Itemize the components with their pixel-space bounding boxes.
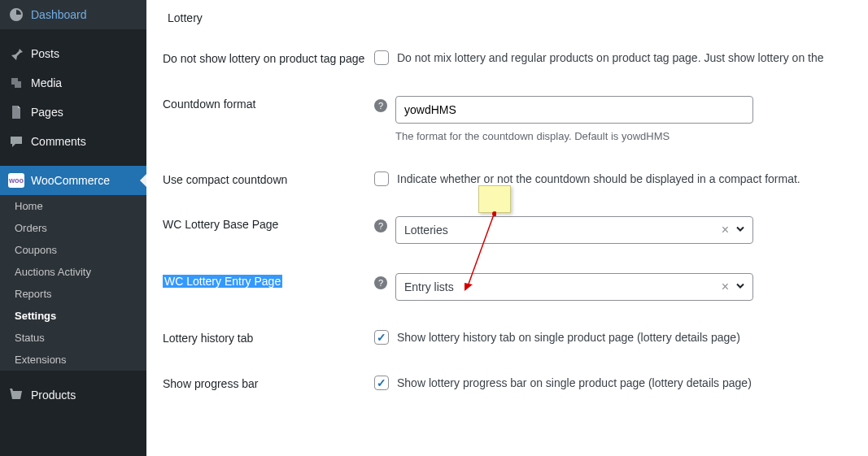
sidebar-sub-coupons[interactable]: Coupons — [0, 239, 146, 261]
settings-panel: Lottery Do not show lottery on product t… — [146, 0, 868, 456]
select-base-page[interactable]: Lotteries — [395, 216, 753, 244]
sidebar-item-woocommerce[interactable]: woo WooCommerce — [0, 166, 146, 195]
help-icon[interactable]: ? — [374, 276, 387, 289]
label-base-page: WC Lottery Base Page — [163, 216, 374, 231]
checkbox-history-tab[interactable] — [374, 330, 389, 345]
checkbox-progress-bar[interactable] — [374, 376, 389, 390]
sidebar-item-pages[interactable]: Pages — [0, 98, 146, 127]
row-progress-bar: Show progress bar Show lottery progress … — [163, 361, 852, 406]
sidebar-sub-extensions[interactable]: Extensions — [0, 349, 146, 371]
clear-icon[interactable]: × — [722, 223, 729, 237]
label-compact-countdown: Use compact countdown — [163, 172, 374, 186]
clear-icon[interactable]: × — [722, 280, 729, 294]
page-icon — [8, 104, 24, 120]
help-icon[interactable]: ? — [374, 99, 387, 112]
row-countdown-format: Countdown format ? The format for the co… — [163, 81, 852, 157]
select-entry-page[interactable]: Entry lists — [395, 273, 753, 301]
admin-sidebar: Dashboard Posts Media Pages Comments woo… — [0, 0, 146, 456]
sidebar-item-media[interactable]: Media — [0, 68, 146, 98]
checkbox-label-tag-mix[interactable]: Do not mix lottery and regular products … — [397, 50, 824, 67]
label-entry-page: WC Lottery Entry Page — [163, 273, 374, 288]
sidebar-item-label: WooCommerce — [31, 174, 110, 187]
checkbox-compact-countdown[interactable] — [374, 172, 389, 186]
sidebar-sub-status[interactable]: Status — [0, 327, 146, 349]
sidebar-sub-home[interactable]: Home — [0, 195, 146, 217]
sidebar-submenu: Home Orders Coupons Auctions Activity Re… — [0, 195, 146, 371]
products-icon — [8, 387, 24, 403]
sidebar-sub-reports[interactable]: Reports — [0, 283, 146, 305]
media-icon — [8, 75, 24, 91]
label-progress-bar: Show progress bar — [163, 376, 374, 390]
sidebar-item-label: Media — [31, 76, 62, 89]
label-tag-mix: Do not show lottery on product tag page — [163, 50, 374, 65]
checkbox-label-compact[interactable]: Indicate whether or not the countdown sh… — [397, 172, 800, 188]
sidebar-item-posts[interactable]: Posts — [0, 39, 146, 68]
help-text-countdown: The format for the countdown display. De… — [395, 130, 753, 142]
chevron-down-icon[interactable] — [735, 224, 745, 237]
label-history-tab: Lottery history tab — [163, 330, 374, 345]
sidebar-item-comments[interactable]: Comments — [0, 127, 146, 156]
checkbox-label-history[interactable]: Show lottery history tab on single produ… — [397, 330, 740, 346]
sidebar-item-dashboard[interactable]: Dashboard — [0, 0, 146, 29]
checkbox-label-progress[interactable]: Show lottery progress bar on single prod… — [397, 376, 752, 392]
sidebar-item-label: Comments — [31, 135, 86, 148]
input-countdown-format[interactable] — [395, 96, 753, 124]
dashboard-icon — [8, 7, 24, 23]
sidebar-item-label: Posts — [31, 47, 59, 60]
sidebar-sub-orders[interactable]: Orders — [0, 217, 146, 239]
sidebar-sub-settings[interactable]: Settings — [0, 305, 146, 327]
help-icon[interactable]: ? — [374, 219, 387, 232]
row-history-tab: Lottery history tab Show lottery history… — [163, 315, 852, 361]
sidebar-item-products[interactable]: Products — [0, 380, 146, 410]
annotation-sticky-note — [478, 185, 511, 213]
woocommerce-icon: woo — [8, 172, 24, 189]
tab-lottery[interactable]: Lottery — [163, 0, 852, 36]
chevron-down-icon[interactable] — [735, 281, 745, 293]
sidebar-item-label: Products — [31, 389, 76, 402]
sidebar-item-label: Pages — [31, 106, 63, 119]
label-countdown-format: Countdown format — [163, 96, 374, 111]
sidebar-sub-auctions[interactable]: Auctions Activity — [0, 261, 146, 283]
pin-icon — [8, 46, 24, 62]
sidebar-item-label: Dashboard — [31, 8, 87, 21]
row-tag-mix: Do not show lottery on product tag page … — [163, 36, 852, 81]
row-entry-page: WC Lottery Entry Page ? Entry lists × — [163, 258, 852, 315]
comment-icon — [8, 133, 24, 150]
checkbox-tag-mix[interactable] — [374, 50, 389, 65]
